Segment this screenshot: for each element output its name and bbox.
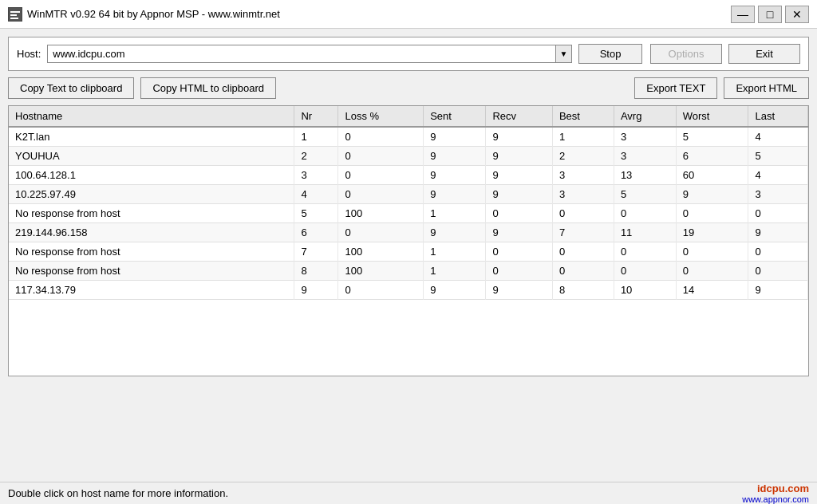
table-cell: 0	[552, 242, 614, 262]
table-cell: 0	[338, 223, 424, 242]
table-row[interactable]: 10.225.97.4940993593	[9, 185, 808, 204]
table-cell: 9	[486, 281, 552, 300]
host-input[interactable]	[48, 45, 555, 62]
column-header: Sent	[424, 106, 486, 127]
table-cell: 1	[424, 242, 486, 262]
table-cell: 3	[614, 147, 676, 166]
table-cell: 6	[294, 223, 338, 242]
close-button[interactable]: ✕	[785, 6, 809, 23]
table-cell: 5	[676, 127, 748, 147]
table-cell: 1	[552, 127, 614, 147]
table-row[interactable]: No response from host7100100000	[9, 242, 808, 262]
table-cell: 9	[486, 185, 552, 204]
stop-button[interactable]: Stop	[578, 44, 642, 64]
table-cell: No response from host	[9, 242, 294, 262]
table-cell: 10	[614, 281, 676, 300]
table-cell: No response from host	[9, 262, 294, 281]
table-cell: 5	[294, 204, 338, 223]
table-cell: 9	[424, 147, 486, 166]
app-icon	[8, 7, 22, 22]
maximize-button[interactable]: □	[758, 6, 782, 23]
column-header: Loss %	[338, 106, 424, 127]
export-html-button[interactable]: Export HTML	[724, 77, 809, 99]
table-cell: 5	[748, 147, 808, 166]
table-row[interactable]: 117.34.13.799099810149	[9, 281, 808, 300]
column-header: Best	[552, 106, 614, 127]
table-cell: 3	[552, 166, 614, 185]
table-row[interactable]: No response from host8100100000	[9, 262, 808, 281]
copy-text-button[interactable]: Copy Text to clipboard	[8, 77, 134, 99]
minimize-button[interactable]: —	[731, 6, 755, 23]
table-cell: 0	[676, 242, 748, 262]
watermark-text: idcpu.com	[742, 482, 809, 494]
table-cell: 0	[338, 166, 424, 185]
host-row: Host: ▼ Stop Options Exit	[8, 37, 809, 71]
table-cell: YOUHUA	[9, 147, 294, 166]
table-cell: 219.144.96.158	[9, 223, 294, 242]
table-cell: 0	[676, 262, 748, 281]
table-cell: 3	[552, 185, 614, 204]
table-row[interactable]: K2T.lan10991354	[9, 127, 808, 147]
column-header: Recv	[486, 106, 552, 127]
table-cell: 0	[552, 262, 614, 281]
results-table: HostnameNrLoss %SentRecvBestAvrgWorstLas…	[9, 106, 808, 300]
table-cell: 0	[338, 185, 424, 204]
table-cell: 0	[748, 242, 808, 262]
table-cell: 7	[552, 223, 614, 242]
table-cell: 3	[614, 127, 676, 147]
column-header: Nr	[294, 106, 338, 127]
table-cell: 100	[338, 262, 424, 281]
host-label: Host:	[17, 48, 41, 60]
column-header: Worst	[676, 106, 748, 127]
table-cell: 0	[614, 262, 676, 281]
table-cell: 3	[294, 166, 338, 185]
export-text-button[interactable]: Export TEXT	[634, 77, 717, 99]
host-input-container: ▼	[47, 45, 572, 63]
table-cell: 8	[552, 281, 614, 300]
table-cell: 4	[294, 185, 338, 204]
table-cell: 60	[676, 166, 748, 185]
table-cell: 19	[676, 223, 748, 242]
table-cell: 2	[552, 147, 614, 166]
table-body: K2T.lan10991354YOUHUA20992365100.64.128.…	[9, 127, 808, 300]
table-cell: 9	[424, 223, 486, 242]
table-cell: 14	[676, 281, 748, 300]
table-cell: 9	[748, 223, 808, 242]
options-button[interactable]: Options	[650, 44, 722, 64]
status-bar: Double click on host name for more infor…	[0, 482, 817, 504]
table-cell: 9	[424, 281, 486, 300]
watermark-link: www.appnor.com	[742, 494, 809, 504]
svg-rect-1	[10, 11, 20, 13]
table-row[interactable]: YOUHUA20992365	[9, 147, 808, 166]
window-controls: — □ ✕	[731, 6, 809, 23]
table-cell: 6	[676, 147, 748, 166]
table-cell: 5	[614, 185, 676, 204]
table-cell: 9	[424, 127, 486, 147]
title-bar: WinMTR v0.92 64 bit by Appnor MSP - www.…	[0, 0, 817, 29]
status-text: Double click on host name for more infor…	[8, 487, 228, 499]
host-section: Host: ▼ Stop	[17, 44, 642, 64]
main-content: Host: ▼ Stop Options Exit Copy Text to c…	[0, 29, 817, 384]
table-cell: 0	[552, 204, 614, 223]
table-cell: 4	[748, 127, 808, 147]
table-row[interactable]: No response from host5100100000	[9, 204, 808, 223]
table-row[interactable]: 100.64.128.13099313604	[9, 166, 808, 185]
copy-html-button[interactable]: Copy HTML to clipboard	[140, 77, 276, 99]
table-cell: 117.34.13.79	[9, 281, 294, 300]
table-cell: 9	[486, 223, 552, 242]
exit-button[interactable]: Exit	[728, 44, 800, 64]
table-cell: 9	[748, 281, 808, 300]
table-cell: 9	[676, 185, 748, 204]
column-header: Avrg	[614, 106, 676, 127]
table-cell: 0	[748, 262, 808, 281]
svg-rect-2	[10, 14, 17, 16]
column-header: Last	[748, 106, 808, 127]
table-cell: 9	[486, 166, 552, 185]
table-cell: 4	[748, 166, 808, 185]
host-dropdown-button[interactable]: ▼	[555, 45, 571, 62]
action-row: Copy Text to clipboard Copy HTML to clip…	[8, 77, 809, 99]
table-cell: 0	[676, 204, 748, 223]
table-row[interactable]: 219.144.96.1586099711199	[9, 223, 808, 242]
title-text: WinMTR v0.92 64 bit by Appnor MSP - www.…	[27, 8, 731, 20]
table-cell: 0	[486, 204, 552, 223]
